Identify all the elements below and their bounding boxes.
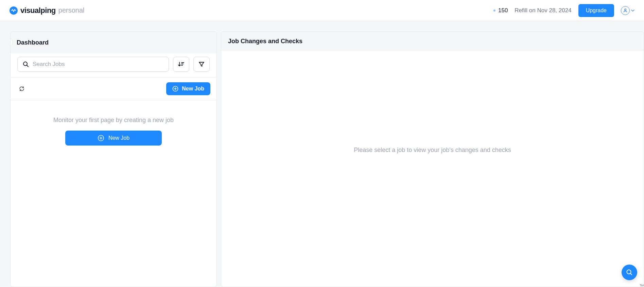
- refresh-icon: [19, 86, 24, 91]
- refresh-button[interactable]: [17, 84, 27, 94]
- search-input[interactable]: [33, 61, 164, 68]
- new-job-cta-label: New Job: [108, 135, 129, 141]
- user-menu[interactable]: [621, 6, 634, 15]
- svg-point-0: [625, 9, 626, 11]
- changes-body: Please select a job to view your job's c…: [221, 51, 644, 287]
- logo-text: visualping: [20, 6, 56, 15]
- expand-sidebar-button[interactable]: [10, 38, 13, 47]
- action-row: New Job: [11, 78, 216, 100]
- dashboard-title: Dashboard: [17, 39, 49, 46]
- visualping-logo-icon: [10, 6, 18, 15]
- plus-circle-icon: [98, 135, 104, 141]
- main-content: Dashboard: [0, 21, 644, 287]
- refill-date: Refill on Nov 28, 2024: [515, 7, 571, 14]
- new-job-button[interactable]: New Job: [166, 82, 210, 95]
- avatar-icon: [621, 6, 630, 15]
- upgrade-button[interactable]: Upgrade: [578, 4, 614, 17]
- dashboard-panel: Dashboard: [10, 31, 217, 287]
- changes-title: Job Changes and Checks: [228, 38, 302, 45]
- header-right: 150 Refill on Nov 28, 2024 Upgrade: [493, 4, 634, 17]
- filter-icon: [198, 61, 205, 67]
- search-icon: [22, 61, 29, 68]
- help-search-icon: [626, 269, 633, 276]
- search-input-wrap[interactable]: [17, 57, 169, 72]
- chevron-down-icon: [631, 10, 634, 12]
- credits-display[interactable]: 150: [493, 7, 508, 14]
- logo-suffix: personal: [58, 6, 85, 14]
- new-job-cta-button[interactable]: New Job: [65, 131, 162, 146]
- empty-message: Monitor your first page by creating a ne…: [53, 117, 174, 124]
- new-job-label: New Job: [182, 86, 204, 92]
- sort-button[interactable]: [173, 57, 189, 72]
- changes-placeholder: Please select a job to view your job's c…: [354, 147, 511, 154]
- sort-icon: [178, 61, 185, 68]
- changes-panel: Job Changes and Checks Please select a j…: [221, 31, 644, 287]
- changes-header: Job Changes and Checks: [221, 32, 644, 51]
- empty-state: Monitor your first page by creating a ne…: [11, 100, 216, 287]
- help-button[interactable]: [622, 265, 637, 280]
- search-row: [11, 53, 216, 78]
- credits-dot-icon: [493, 10, 495, 12]
- logo[interactable]: visualping personal: [10, 6, 85, 15]
- app-header: visualping personal 150 Refill on Nov 28…: [0, 0, 644, 21]
- credits-value: 150: [498, 7, 508, 14]
- filter-button[interactable]: [193, 57, 210, 72]
- plus-circle-icon: [172, 86, 178, 92]
- dashboard-header: Dashboard: [11, 32, 216, 53]
- ter-label: Ter: [640, 284, 644, 287]
